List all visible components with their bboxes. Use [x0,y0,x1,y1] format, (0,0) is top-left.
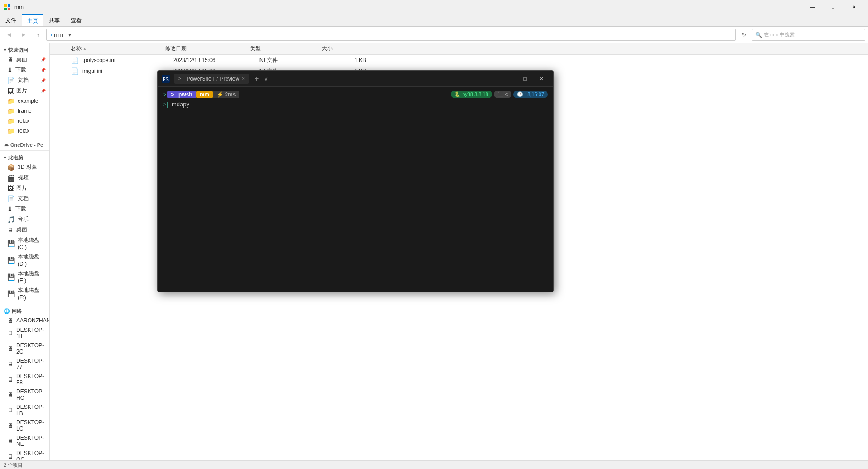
col-header-type[interactable]: 类型 [250,45,318,53]
sidebar-network-desktop4[interactable]: 🖥 DESKTOP-F8 [0,372,49,387]
drive-c-icon: 💾 [7,240,15,247]
ps-status-env: ⬛ < [494,91,511,98]
ps-badge-pwsh: >_ pwsh [167,91,196,98]
ps-status-py: 🐍 py38 3.8.18 [451,91,492,98]
sidebar-item-desktop[interactable]: 🖥 桌面 📌 [0,54,49,65]
ps-window-controls: — □ ✕ [501,71,550,87]
ps-close-button[interactable]: ✕ [533,71,550,87]
sidebar-item-documents[interactable]: 📄 文档 📌 [0,75,49,86]
sidebar-item-music[interactable]: 🎵 音乐 [0,214,49,225]
sidebar-drive-c[interactable]: 💾 本地磁盘 (C:) [0,235,49,252]
refresh-button[interactable]: ↻ [738,29,750,41]
sidebar-item-downloads2[interactable]: ⬇ 下载 [0,204,49,214]
network-pc-icon10: 🖥 [7,453,14,460]
sidebar-drive-f[interactable]: 💾 本地磁盘 (F:) [0,285,49,302]
network-pc-icon6: 🖥 [7,391,14,398]
powershell-window: PS >_ PowerShell 7 Preview × + ∨ — □ ✕ >… [157,70,554,292]
pictures-icon: 🖼 [7,87,14,95]
ps-title-bar: PS >_ PowerShell 7 Preview × + ∨ — □ ✕ [158,71,553,87]
ribbon: 文件 主页 共享 查看 [0,14,868,27]
sidebar-drive-e[interactable]: 💾 本地磁盘 (E:) [0,268,49,285]
quick-access-header[interactable]: ▾ 快速访问 [0,45,49,54]
file-icon-imgui: 📄 [71,67,79,75]
network-pc-icon: 🖥 [7,317,14,324]
title-bar: mm — □ ✕ [0,0,868,14]
tab-share[interactable]: 共享 [43,14,65,26]
sidebar-network-desktop7[interactable]: 🖥 DESKTOP-LC [0,418,49,433]
ps-maximize-button[interactable]: □ [517,71,533,87]
up-button[interactable]: ↑ [32,29,44,41]
ps-prompt-arrow: > [163,91,166,98]
onedrive-header[interactable]: ☁ OneDrive - Pe [0,140,49,148]
network-header[interactable]: 🌐 网络 [0,306,49,316]
sidebar-network-desktop6[interactable]: 🖥 DESKTOP-LB [0,402,49,418]
sidebar-network-aaronzhan[interactable]: 🖥 AARONZHAN [0,316,49,325]
address-path[interactable]: › mm ▾ [46,29,736,41]
status-bar: 2 个项目 [0,460,868,469]
minimize-button[interactable]: — [802,0,823,14]
maximize-button[interactable]: □ [823,0,844,14]
sidebar-item-video[interactable]: 🎬 视频 [0,172,49,183]
ps-tab-icon: >_ [178,76,183,81]
col-header-size[interactable]: 大小 [322,45,358,53]
tab-view[interactable]: 查看 [65,14,87,26]
sidebar-network-desktop5[interactable]: 🖥 DESKTOP-HC [0,387,49,402]
sidebar-item-pictures[interactable]: 🖼 图片 📌 [0,86,49,96]
svg-rect-3 [8,8,10,10]
3d-icon: 📦 [7,164,15,171]
folder-icon-relax2: 📁 [7,127,15,134]
col-header-name[interactable]: 名称 ▲ [71,45,161,53]
ps-content: > >_ pwsh mm ⚡ 2ms 🐍 py38 3.8.18 ⬛ < 🕐 1… [158,87,553,292]
window-controls: — □ ✕ [802,0,864,14]
ps-status-time: 🕐 18,15:07 [513,91,548,98]
path-segment-mm[interactable]: mm [54,32,63,38]
item-count: 2 个项目 [4,462,23,469]
network-pc-icon9: 🖥 [7,437,14,445]
sidebar-network-desktop8[interactable]: 🖥 DESKTOP-NE [0,433,49,449]
sidebar-item-pictures2[interactable]: 🖼 图片 [0,183,49,193]
sidebar-item-example[interactable]: 📁 example [0,96,49,106]
tab-file[interactable]: 文件 [0,14,22,26]
ps-command[interactable]: mdapy [172,101,189,108]
address-dropdown[interactable]: ▾ [65,29,74,41]
sidebar-network-desktop1[interactable]: 🖥 DESKTOP-1II [0,325,49,341]
svg-rect-0 [4,4,7,7]
ps-badge-time: ⚡ 2ms [213,91,239,98]
ps-tab[interactable]: >_ PowerShell 7 Preview × [174,74,249,84]
ps-minimize-button[interactable]: — [501,71,517,87]
sidebar-divider2 [0,150,49,151]
forward-button[interactable]: ▶ [17,29,30,41]
sidebar-network-desktop2[interactable]: 🖥 DESKTOP-2C [0,341,49,356]
file-item-polyscope[interactable]: 📄 .polyscope.ini 2023/12/18 15:06 INI 文件… [50,55,868,66]
svg-rect-1 [8,4,10,7]
sidebar-item-relax2[interactable]: 📁 relax [0,126,49,136]
file-icon-polyscope: 📄 [71,57,79,64]
back-button[interactable]: ◀ [3,29,15,41]
tab-home[interactable]: 主页 [22,14,43,26]
col-header-modified[interactable]: 修改日期 [165,45,246,53]
sidebar-network-desktop9[interactable]: 🖥 DESKTOP-OC [0,449,49,460]
sidebar-item-frame[interactable]: 📁 frame [0,106,49,116]
network-pc-icon8: 🖥 [7,422,14,429]
window-icon [4,4,11,11]
sidebar-drive-d[interactable]: 💾 本地磁盘 (D:) [0,252,49,268]
drive-f-icon: 💾 [7,290,15,297]
close-button[interactable]: ✕ [844,0,864,14]
sidebar-item-downloads[interactable]: ⬇ 下载 📌 [0,65,49,75]
ps-add-tab-button[interactable]: + [253,75,260,83]
sidebar-item-documents2[interactable]: 📄 文档 [0,193,49,204]
sidebar-item-3d[interactable]: 📦 3D 对象 [0,162,49,172]
folder-icon-relax1: 📁 [7,117,15,124]
network-pc-icon5: 🖥 [7,376,14,383]
ps-dropdown-button[interactable]: ∨ [264,76,268,82]
network-pc-icon3: 🖥 [7,345,14,352]
sidebar-divider1 [0,138,49,138]
ps-close-tab[interactable]: × [242,76,245,81]
ps-badge-mm: mm [196,91,213,98]
search-box[interactable]: 🔍 在 mm 中搜索 [752,29,865,41]
ribbon-tabs: 文件 主页 共享 查看 [0,14,868,26]
this-pc-header[interactable]: ▾ 此电脑 [0,153,49,162]
sidebar-item-relax1[interactable]: 📁 relax [0,116,49,126]
sidebar-item-desktop2[interactable]: 🖥 桌面 [0,225,49,235]
sidebar-network-desktop3[interactable]: 🖥 DESKTOP-77 [0,356,49,372]
